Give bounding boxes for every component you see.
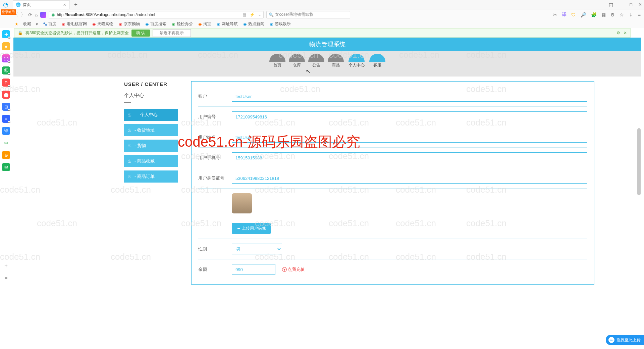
nav-goods[interactable]: 商品 — [327, 54, 344, 68]
url-input[interactable]: ◉ http://localhost:8080/wuliuguanlixiton… — [49, 11, 264, 18]
menu-cargo[interactable]: ♨- 货物 — [124, 140, 178, 152]
infobar-close-icon[interactable]: ✕ — [624, 31, 627, 35]
side-add-button[interactable]: ＋ — [3, 262, 9, 269]
input-balance[interactable] — [232, 264, 275, 275]
scissors-icon[interactable]: ✂ — [553, 12, 557, 17]
input-name[interactable] — [232, 132, 587, 143]
sidebar-title: USER / CENTER — [124, 81, 178, 87]
divider — [124, 102, 131, 103]
tool-3-icon[interactable]: ◯ — [2, 54, 10, 62]
menu-orders[interactable]: ♨- 商品订单 — [124, 170, 178, 183]
address-bar-row: 〈 〉 ⟳ ⌂ ◉ http://localhost:8080/wuliugua… — [0, 9, 644, 20]
extensions-icon[interactable]: 🧩 — [591, 12, 597, 17]
dropdown-icon[interactable]: ⌄ — [258, 12, 261, 17]
label-phone: 用户手机号 — [198, 155, 225, 161]
infobar-text: 将360安全浏览器设为默认，提升打开速度，保护上网安全 — [25, 30, 129, 36]
tool-1-icon[interactable]: ✚ — [2, 30, 10, 38]
menu-favorites[interactable]: ♨- 商品收藏 — [124, 155, 178, 167]
ai-assistant-icon[interactable] — [40, 12, 46, 18]
download-icon[interactable]: ⭳ — [629, 12, 633, 17]
tool-12-icon[interactable]: ✉ — [2, 163, 10, 171]
menu-icon[interactable]: ≡ — [638, 12, 641, 17]
input-phone[interactable] — [232, 152, 587, 163]
window-close-button[interactable]: ✕ — [638, 2, 642, 7]
browser-side-toolbar: ✚ ★ ◯ Ⓔ P ⬤ ⊞ ≡ 译 ✂ ⊚ ✉ ＋ ≡ — [0, 28, 12, 281]
infobar-settings-icon[interactable]: ⚙ — [616, 31, 620, 35]
tool-5-icon[interactable]: P — [2, 79, 10, 87]
nav-service[interactable]: 客服 — [369, 54, 386, 68]
new-tab-button[interactable]: ＋ — [73, 1, 78, 8]
search-placeholder: 女coser乘地铁需卸妆 — [275, 12, 313, 17]
bookmark-news[interactable]: ◉热点新闻 — [243, 21, 264, 27]
page-viewport: 物流管理系统 首页 仓库 公告 商品 个人中心 客服 USER / CENTER… — [13, 38, 641, 349]
select-gender[interactable]: 男 — [232, 244, 282, 254]
tool-7-icon[interactable]: ⊞ — [2, 103, 10, 111]
input-userno[interactable] — [232, 111, 587, 122]
reload-button[interactable]: ⟳ — [28, 12, 32, 17]
window-maximize-button[interactable]: □ — [630, 2, 632, 7]
magnify-icon[interactable]: 🔎 — [581, 12, 586, 17]
star-icon[interactable]: ☆ — [620, 12, 624, 17]
tab-title: 首页 — [23, 2, 31, 8]
flame-icon: ♨ — [127, 143, 132, 148]
home-button[interactable]: ⌂ — [35, 12, 38, 17]
tool-9-icon[interactable]: 译 — [2, 127, 10, 135]
tool-11-icon[interactable]: ⊚ — [2, 151, 10, 159]
search-input[interactable]: 🔍 女coser乘地铁需卸妆 — [266, 11, 350, 18]
nav-home[interactable]: 首页 — [269, 54, 286, 68]
bookmark-baidusearch[interactable]: ◉百度搜索 — [145, 21, 166, 27]
flash-icon[interactable]: ⚡ — [250, 12, 255, 17]
nav-user-center[interactable]: 个人中心 — [346, 54, 367, 68]
side-menu-button[interactable]: ≡ — [5, 276, 7, 281]
bookmark-game[interactable]: ◉游戏娱乐 — [269, 21, 291, 27]
window-feature-icon[interactable]: ◰ — [609, 2, 613, 7]
bookmark-laomaotao[interactable]: ◉老毛桃官网 — [61, 21, 87, 27]
recharge-link[interactable]: ¥点我充值 — [282, 266, 305, 272]
tool-4-icon[interactable]: Ⓔ — [2, 66, 10, 74]
upload-float-button[interactable]: ∞ 拖拽至此上传 — [606, 335, 644, 345]
login-badge[interactable]: 登录账号 — [1, 9, 16, 15]
tool-2-icon[interactable]: ★ — [2, 42, 10, 50]
sidebar-subtitle: 个人中心 — [124, 92, 178, 99]
upload-avatar-button[interactable]: ☁上传用户头像 — [232, 223, 271, 234]
forward-button[interactable]: 〉 — [21, 12, 25, 18]
gear-icon[interactable]: ⚙ — [610, 12, 615, 17]
security-shield-icon[interactable]: 🛡 — [571, 12, 576, 17]
tool-6-icon[interactable]: ⬤ — [2, 91, 10, 99]
bookmark-nav[interactable]: ◉网址导航 — [216, 21, 238, 27]
label-idcard: 用户身份证号 — [198, 175, 225, 181]
qr-icon[interactable]: ▦ — [243, 12, 246, 17]
tool-10-icon[interactable]: ✂ — [2, 139, 10, 147]
browser-tab[interactable]: 🌐 首页 ✕ — [13, 0, 70, 9]
favorites-star-icon[interactable]: ★ — [15, 22, 18, 27]
flame-icon: ♨ — [127, 128, 132, 133]
label-balance: 余额 — [198, 266, 225, 272]
bookmark-office[interactable]: ◉轻松办公 — [171, 21, 193, 27]
menu-address[interactable]: ♨- 收货地址 — [124, 124, 178, 136]
tool-8-icon[interactable]: ≡ — [2, 115, 10, 123]
infobar-dismiss-button[interactable]: 最近不再提示 — [153, 29, 191, 37]
infobar-confirm-button[interactable]: 确 认 — [131, 30, 150, 37]
translate-icon[interactable]: 译 — [562, 12, 567, 18]
input-account[interactable] — [232, 91, 587, 102]
input-idcard[interactable] — [232, 173, 587, 184]
bookmark-jd[interactable]: ◉京东购物 — [118, 21, 140, 27]
label-gender: 性别 — [198, 246, 225, 252]
cloud-icon: ∞ — [608, 337, 614, 343]
flame-icon: ♨ — [127, 174, 132, 179]
nav-notice[interactable]: 公告 — [308, 54, 325, 68]
browser-titlebar: ◔ 🌐 首页 ✕ ＋ ◰ — □ ✕ — [0, 0, 644, 9]
nav-warehouse[interactable]: 仓库 — [288, 54, 306, 68]
main-nav: 首页 仓库 公告 商品 个人中心 客服 — [13, 51, 641, 77]
scrollbar[interactable] — [637, 128, 641, 195]
window-minimize-button[interactable]: — — [619, 2, 624, 7]
bookmark-tmall[interactable]: ◉天猫购物 — [92, 21, 113, 27]
favorites-label[interactable]: 收藏 — [23, 21, 31, 27]
apps-icon[interactable]: ▦ — [601, 12, 606, 17]
close-tab-icon[interactable]: ✕ — [63, 3, 66, 7]
bookmark-taobao[interactable]: ◉淘宝 — [198, 21, 211, 27]
menu-user-center[interactable]: ♨— 个人中心 — [124, 109, 178, 121]
flame-icon: ♨ — [127, 112, 132, 117]
bookmarks-bar: ★ 收藏 ▾ 🐾百度 ◉老毛桃官网 ◉天猫购物 ◉京东购物 ◉百度搜索 ◉轻松办… — [0, 20, 644, 28]
bookmark-baidu[interactable]: 🐾百度 — [43, 21, 56, 27]
